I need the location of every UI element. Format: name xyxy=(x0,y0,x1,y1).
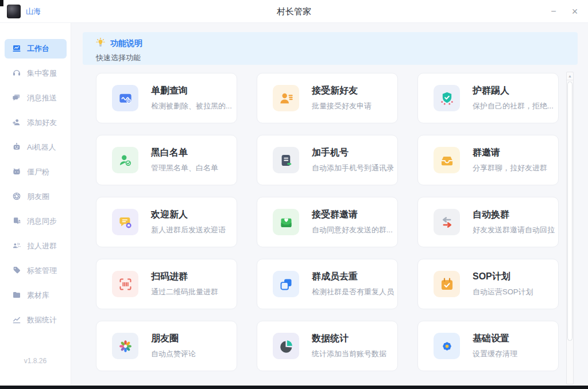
scan-join-icon xyxy=(112,271,138,297)
card-title: 数据统计 xyxy=(312,333,386,345)
sidebar-item-material-library[interactable]: 素材库 xyxy=(5,286,67,305)
main-content: 功能说明 快速选择功能 单删查询 检测被删除、被拉黑的... 接受新好友 批量接… xyxy=(71,23,588,386)
card-title: 接受群邀请 xyxy=(312,209,393,221)
robot-icon xyxy=(12,142,21,153)
scroll-up-button[interactable]: ▲ xyxy=(567,72,573,80)
scrollbar[interactable]: ▲ xyxy=(566,72,574,384)
card-accept-group-invite[interactable]: 接受群邀请 自动同意好友发送的群... xyxy=(257,197,398,247)
info-banner: 功能说明 快速选择功能 xyxy=(83,32,578,65)
sidebar-item-message-push[interactable]: 消息推送 xyxy=(5,88,67,108)
close-button[interactable]: × xyxy=(566,3,583,20)
card-data-stats[interactable]: 数据统计 统计添加当前账号数据 xyxy=(257,321,398,371)
card-desc: 检测被删除、被拉黑的... xyxy=(151,101,232,111)
card-desc: 检测社群是否有重复人员 xyxy=(312,287,394,297)
titlebar: 山海 村长管家 − × xyxy=(0,0,588,23)
shield-kick-icon xyxy=(434,85,460,111)
sop-plan-icon xyxy=(434,271,460,297)
add-friend-icon xyxy=(12,118,21,129)
welcome-newcomer-icon xyxy=(112,209,138,235)
sidebar-item-ai-robot[interactable]: Ai机器人 xyxy=(5,138,67,157)
gear-settings-icon xyxy=(434,333,460,359)
card-desc: 自动同意好友发送的群... xyxy=(312,225,393,235)
scrollbar-thumb[interactable] xyxy=(567,81,572,341)
app-version: v1.8.26 xyxy=(0,357,71,365)
sidebar-item-label: 拉人进群 xyxy=(27,241,57,251)
sidebar-item-label: 消息推送 xyxy=(27,93,57,103)
sidebar: 工作台 集中客服 消息推送 添加好友 Ai机器人 僵尸粉 朋友圈 消息同步 拉人… xyxy=(0,23,71,386)
card-black-white-list[interactable]: 黑白名单 管理黑名单、白名单 xyxy=(96,135,237,185)
card-scan-join-group[interactable]: 扫码进群 通过二维码批量进群 xyxy=(96,259,237,309)
sidebar-item-moments[interactable]: 朋友圈 xyxy=(5,187,67,207)
folder-icon xyxy=(12,290,21,301)
sidebar-item-label: Ai机器人 xyxy=(27,142,56,153)
sidebar-item-label: 标签管理 xyxy=(27,266,57,276)
card-moments[interactable]: 朋友圈 自动点赞评论 xyxy=(96,321,237,371)
card-title: SOP计划 xyxy=(473,271,533,283)
sidebar-item-message-sync[interactable]: 消息同步 xyxy=(5,212,67,231)
card-desc: 批量接受好友申请 xyxy=(312,101,372,111)
card-title: 群成员去重 xyxy=(312,271,394,283)
card-accept-new-friends[interactable]: 接受新好友 批量接受好友申请 xyxy=(257,73,398,123)
message-sync-icon xyxy=(12,216,21,227)
banner-subtitle: 快速选择功能 xyxy=(95,53,578,63)
card-delete-check[interactable]: 单删查询 检测被删除、被拉黑的... xyxy=(96,73,237,123)
card-title: 单删查询 xyxy=(151,85,232,97)
minimize-button[interactable]: − xyxy=(545,3,562,20)
card-title: 群邀请 xyxy=(473,147,547,159)
banner-title: 功能说明 xyxy=(110,38,142,49)
card-title: 朋友圈 xyxy=(151,333,196,345)
card-desc: 新人进群后发送欢迎语 xyxy=(151,225,226,235)
sidebar-item-label: 添加好友 xyxy=(27,118,57,128)
card-auto-switch-group[interactable]: 自动换群 好友发送群邀请自动回拉 xyxy=(417,197,559,247)
card-desc: 自动添加手机号到通讯录 xyxy=(312,163,394,173)
feature-grid: 单删查询 检测被删除、被拉黑的... 接受新好友 批量接受好友申请 护群踢人 保… xyxy=(96,73,559,371)
sidebar-item-label: 数据统计 xyxy=(27,315,57,325)
sidebar-item-workbench[interactable]: 工作台 xyxy=(5,39,67,59)
sidebar-item-add-friends[interactable]: 添加好友 xyxy=(5,113,67,133)
card-member-dedupe[interactable]: 群成员去重 检测社群是否有重复人员 xyxy=(257,259,398,309)
invite-to-group-icon xyxy=(12,241,21,252)
card-title: 扫码进群 xyxy=(151,271,218,283)
workbench-icon xyxy=(12,44,21,55)
card-desc: 好友发送群邀请自动回拉 xyxy=(473,225,555,235)
accept-new-friend-icon xyxy=(273,85,299,111)
card-group-kick-protect[interactable]: 护群踢人 保护自己的社群，拒绝... xyxy=(417,73,559,123)
card-desc: 设置缓存清理 xyxy=(473,349,517,359)
pie-stats-icon xyxy=(273,333,299,359)
sidebar-item-customer-service[interactable]: 集中客服 xyxy=(5,64,67,83)
auto-switch-group-icon xyxy=(434,209,460,235)
card-desc: 统计添加当前账号数据 xyxy=(312,349,386,359)
customer-service-icon xyxy=(12,68,21,79)
card-title: 基础设置 xyxy=(473,333,517,345)
message-push-icon xyxy=(12,93,21,104)
sidebar-item-label: 集中客服 xyxy=(27,68,57,79)
sidebar-item-label: 消息同步 xyxy=(27,216,57,227)
bottom-edge-bar xyxy=(0,386,588,389)
card-add-phone-number[interactable]: 加手机号 自动添加手机号到通讯录 xyxy=(257,135,398,185)
card-basic-settings[interactable]: 基础设置 设置缓存清理 xyxy=(417,321,559,371)
card-group-invite[interactable]: 群邀请 分享群聊，拉好友进群 xyxy=(417,135,559,185)
tag-icon xyxy=(12,266,21,277)
add-phone-icon xyxy=(273,147,299,173)
delete-check-icon xyxy=(112,85,138,111)
card-title: 欢迎新人 xyxy=(151,209,226,221)
group-invite-icon xyxy=(434,147,460,173)
sidebar-item-label: 工作台 xyxy=(27,44,49,54)
sidebar-item-invite-to-group[interactable]: 拉人进群 xyxy=(5,236,67,256)
window-title: 村长管家 xyxy=(0,0,588,23)
member-dedupe-icon xyxy=(273,271,299,297)
black-white-list-icon xyxy=(112,147,138,173)
sidebar-item-zombie-fans[interactable]: 僵尸粉 xyxy=(5,162,67,182)
sidebar-item-data-stats[interactable]: 数据统计 xyxy=(5,310,67,330)
card-desc: 自动运营SOP计划 xyxy=(473,287,533,297)
sidebar-item-tag-management[interactable]: 标签管理 xyxy=(5,261,67,281)
sidebar-item-label: 僵尸粉 xyxy=(27,167,49,177)
card-sop-plan[interactable]: SOP计划 自动运营SOP计划 xyxy=(417,259,559,309)
zombie-fans-icon xyxy=(12,167,21,178)
card-desc: 管理黑名单、白名单 xyxy=(151,163,218,173)
card-title: 加手机号 xyxy=(312,147,394,159)
card-desc: 保护自己的社群，拒绝... xyxy=(473,101,554,111)
card-welcome-newcomer[interactable]: 欢迎新人 新人进群后发送欢迎语 xyxy=(96,197,237,247)
chart-icon xyxy=(12,315,21,326)
card-desc: 分享群聊，拉好友进群 xyxy=(473,163,547,173)
